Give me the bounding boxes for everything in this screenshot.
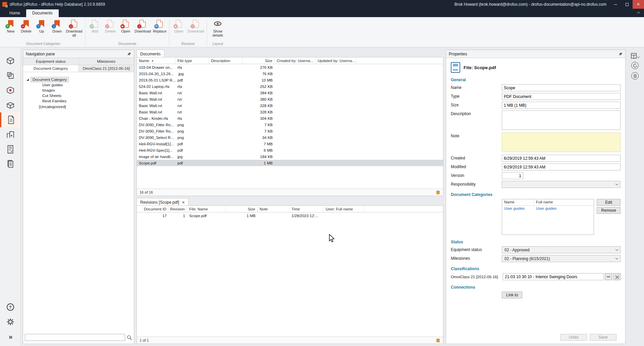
module-products-button[interactable] [0,98,20,112]
column-description[interactable]: Description [209,57,243,64]
close-button[interactable]: ✕ [633,0,644,9]
close-tab-icon[interactable]: ✕ [182,200,185,205]
omniclass-browse-button[interactable]: ••• [605,273,612,280]
search-icon[interactable] [127,335,132,340]
tree-root-row[interactable]: Document Category [26,77,132,82]
maximize-button[interactable] [621,0,633,9]
column-file-name[interactable]: File: Name [187,206,226,212]
collapse-ribbon-button[interactable] [634,9,644,17]
minimize-button[interactable] [610,0,621,9]
dc-column-name[interactable]: Name [502,199,534,205]
move-up-button[interactable]: ↑ Up [34,18,49,34]
table-row[interactable]: Heil-RGV-Spec[1]...pdf6 MB [137,147,443,153]
dc-column-full-name[interactable]: Full name [534,199,594,205]
remove-button[interactable]: Remove [597,207,621,214]
documents-tab[interactable]: Documents [137,50,164,57]
column-size[interactable]: Size [243,57,275,64]
dc-row[interactable]: User guides User guides [502,206,594,212]
nav-tab-omniclass[interactable]: OmniClass 21 [2012-05-16] [79,65,134,72]
undo-button[interactable]: Undo [560,334,587,341]
show-details-button[interactable]: Show details [209,18,227,38]
tree-item-user-guides[interactable]: User guides [41,82,132,88]
column-name[interactable]: Name▲ [137,57,175,64]
tree-item-revit-families[interactable]: Revit Families [41,98,132,104]
milestones-dropdown[interactable]: 02 - Planning (8/15/2021) [502,255,621,262]
nav-tab-document-category[interactable]: Document Category [23,65,79,72]
module-functions-button[interactable] [0,68,20,83]
column-user[interactable]: User: Full name [324,206,364,212]
tree-root-label[interactable]: Document Category [31,77,69,82]
module-rooms-button[interactable] [0,53,20,68]
module-buildings-button[interactable] [0,127,20,142]
table-row[interactable]: DV-3090_Filter Ro...png7 KB [137,121,443,128]
version-field[interactable] [502,172,523,179]
new-category-button[interactable]: + New [3,18,18,34]
download-document-button[interactable]: ↓ Download [133,18,152,34]
expand-strip-button[interactable]: » [0,329,20,344]
module-documents-button[interactable] [0,112,20,127]
type-field[interactable] [502,93,621,100]
download-revision-button[interactable]: ↓ Download [186,18,205,34]
name-field[interactable] [502,84,621,91]
replace-document-button[interactable]: ↻ Replace [152,18,167,34]
column-revision[interactable]: Revision [169,206,187,212]
layout-selector-button[interactable] [631,53,639,59]
table-row[interactable]: Basic Wall.rvtrvt384 KB [137,90,443,96]
dc-name-link[interactable]: User guides [502,206,534,212]
table-row[interactable]: Chair - Kinder.rfarfa304 KB [137,115,443,121]
edit-button[interactable]: Edit [597,199,621,206]
revision-row[interactable]: 17 1 Scope.pdf 1 MB 1/28/2023 12:... [137,212,443,219]
equipment-status-dropdown[interactable]: 02 - Approved [502,246,621,253]
document-log-button[interactable] [631,72,639,80]
link-to-button[interactable]: Link to [502,292,522,298]
omniclass-clear-button[interactable] [613,273,621,280]
nav-tab-milestones[interactable]: Milestones [79,58,134,65]
settings-button[interactable] [0,314,20,329]
column-time[interactable]: Time [289,206,324,212]
column-updated-by[interactable]: Updated by: Userna... [316,57,357,64]
add-document-button[interactable]: + Add [87,18,103,34]
delete-document-button[interactable]: − Delete [103,18,118,34]
module-items-button[interactable] [0,83,20,98]
book-icon[interactable] [436,190,440,195]
pin-icon[interactable] [127,52,131,56]
table-row[interactable]: 103-04 Drawer on...rfa276 KB [137,64,443,70]
table-row[interactable]: Heil-RGV-Install[1]...pdf7 MB [137,141,443,147]
module-logs-button[interactable] [0,157,20,171]
table-row[interactable]: Basic Wall.rvtrvt380 KB [137,96,443,102]
table-row[interactable]: 2019.05.01 LS3P R...pdf10 MB [137,77,443,83]
column-rev-size[interactable]: Size [226,206,258,212]
download-all-button[interactable]: ↓ Download all [65,18,84,38]
table-row[interactable]: Basic Wall.rvtrvt328 KB [137,102,443,109]
note-field[interactable] [502,133,621,152]
search-input[interactable] [25,334,125,341]
table-row[interactable]: 2015-04-30_13-26....jpg76 KB [137,70,443,77]
tab-documents[interactable]: Documents [26,9,59,17]
tree-item-uncategorized[interactable]: [Uncategorized] [38,104,132,110]
description-field[interactable] [502,110,621,130]
dc-full-name-link[interactable]: User guides [534,206,594,212]
save-button[interactable]: Save [590,334,616,341]
open-document-button[interactable]: ▸ Open [118,18,133,34]
pin-icon[interactable] [619,52,623,56]
modified-field[interactable] [502,163,621,170]
table-row[interactable]: DV-3090_Select R...png34 KB [137,134,443,141]
table-row[interactable]: image of air handli...jpg184 KB [137,153,443,160]
created-field[interactable] [502,155,621,162]
table-row[interactable]: 524-02 Laptop.rfarfa252 KB [137,83,443,90]
responsibility-dropdown[interactable] [502,181,621,188]
column-file-type[interactable]: File type [175,57,209,64]
nav-tab-equipment-status[interactable]: Equipment status [23,58,79,65]
move-down-button[interactable]: ↓ Down [49,18,65,34]
column-document-id[interactable]: Document ID [137,206,169,212]
table-row[interactable]: Basic Wall.rvtrvt328 KB [137,109,443,115]
module-reports-button[interactable] [0,142,20,157]
tree-item-cut-sheets[interactable]: Cut Sheets [41,93,132,98]
revisions-tab[interactable]: Revisions [Scope.pdf] ✕ [137,198,189,205]
tree-expander-icon[interactable] [26,79,29,81]
size-field[interactable] [502,102,621,109]
table-row-selected[interactable]: Scope.pdfpdf1 MB [137,160,443,166]
open-revision-button[interactable]: ▸ Open [171,18,186,34]
book-icon[interactable] [436,338,440,343]
help-button[interactable]: ? [0,300,20,314]
